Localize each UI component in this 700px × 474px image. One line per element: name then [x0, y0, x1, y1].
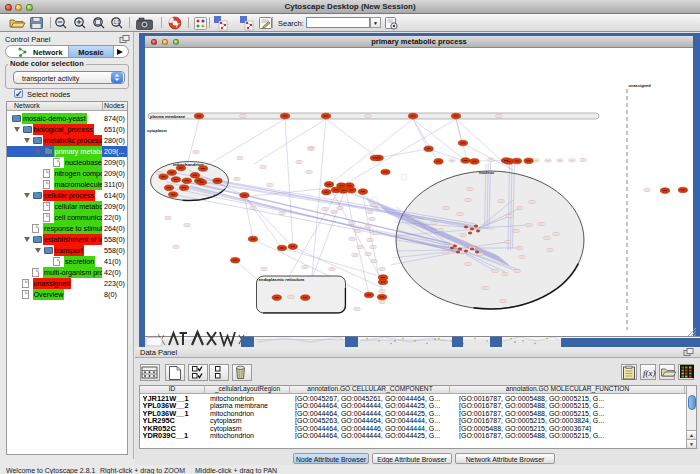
svg-text:f(x): f(x) [643, 368, 656, 378]
svg-text:nucleus: nucleus [479, 170, 495, 175]
svg-text:endoplasmic reticulum: endoplasmic reticulum [259, 277, 305, 282]
svg-text:unassigned: unassigned [629, 83, 652, 88]
svg-text:plasma membrane: plasma membrane [150, 114, 186, 119]
svg-text:cytoplasm: cytoplasm [147, 128, 167, 133]
svg-text:1:1: 1:1 [114, 20, 121, 25]
